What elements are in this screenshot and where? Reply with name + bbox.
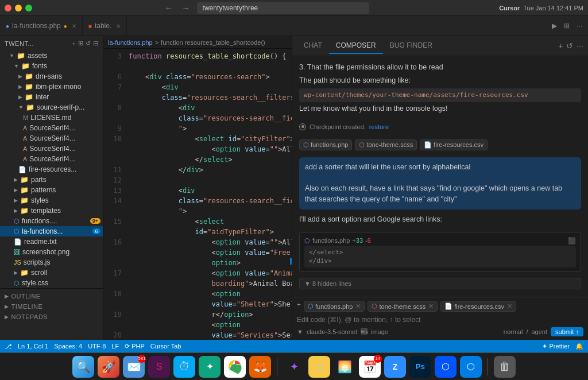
- pill-close-button[interactable]: ✕: [507, 303, 512, 310]
- clock: Tue Jan 14 12:41 PM: [523, 5, 583, 11]
- sidebar-item-parts[interactable]: ▶ 📁 parts: [0, 175, 103, 185]
- sidebar-item-screenshot[interactable]: 🖼 screenshot.png: [0, 247, 103, 257]
- dock-zoom[interactable]: Z: [384, 356, 406, 378]
- dock-sketch[interactable]: ◇: [308, 356, 330, 378]
- code-editor[interactable]: function resources_table_shortcode() { <…: [126, 49, 292, 340]
- dock-calendar[interactable]: 📅 14: [359, 356, 381, 378]
- restore-link[interactable]: restore: [369, 123, 389, 130]
- maximize-button[interactable]: [25, 5, 32, 11]
- sidebar-item-scripts[interactable]: JS scripts.js: [0, 257, 103, 267]
- sidebar-refresh-btn[interactable]: ↺: [86, 40, 91, 47]
- chevron-right-icon: ▶: [18, 94, 22, 100]
- sidebar-item-patterns[interactable]: ▶ 📁 patterns: [0, 185, 103, 195]
- prettier-indicator[interactable]: ✦ Prettier: [542, 343, 570, 350]
- tab-close-php[interactable]: ✕: [72, 23, 76, 29]
- dock-dropbox[interactable]: ⬡: [460, 356, 482, 378]
- pill-close-button[interactable]: ✕: [428, 303, 434, 310]
- file-pill-tone-theme[interactable]: ⬡ tone-theme.scss: [355, 139, 417, 150]
- folder-icon: 📁: [21, 62, 30, 70]
- tab-chat[interactable]: CHAT: [297, 38, 329, 54]
- dock-launchpad[interactable]: 🚀: [98, 356, 119, 378]
- dock-firefox[interactable]: 🦊: [249, 356, 271, 378]
- code-line: <option: [126, 320, 292, 330]
- sidebar-item-la-functions[interactable]: ⬡ la-functions... 6: [0, 226, 103, 236]
- submit-button[interactable]: submit ↑: [551, 327, 583, 336]
- dock-chatgpt[interactable]: ✦: [199, 356, 220, 378]
- sidebar-item-license[interactable]: M LICENSE.md: [0, 113, 103, 123]
- sidebar-item-source1[interactable]: A SourceSerif4...: [0, 123, 103, 133]
- chat-more-button[interactable]: ···: [577, 41, 583, 51]
- sidebar-timeline[interactable]: ▶ TIMELINE: [0, 301, 103, 312]
- tab-close-table[interactable]: ✕: [116, 23, 121, 29]
- folder-icon: 📁: [25, 93, 33, 101]
- tab-bugfinder[interactable]: BUG FINDER: [383, 38, 439, 54]
- add-file-button[interactable]: +: [297, 301, 301, 312]
- copy-icon[interactable]: ⬛: [568, 237, 576, 245]
- sidebar-notepads[interactable]: ▶ NOTEPADS: [0, 312, 103, 322]
- input-pill-label: tone-theme.scss: [379, 303, 425, 310]
- pill-close-button[interactable]: ✕: [355, 303, 361, 310]
- sidebar-item-assets[interactable]: ▼ 📁 assets: [0, 51, 103, 61]
- code-line: <option value="">All Cities</option>: [126, 144, 292, 154]
- status-bar: ⎇ Ln 1, Col 1 Spaces: 4 UTF-8 LF ⟳ PHP C…: [0, 340, 588, 352]
- sidebar-item-templates[interactable]: ▶ 📁 templates: [0, 205, 103, 216]
- editor-content[interactable]: 3 6 7 8 9 10 11 12 13 14 15 16: [103, 49, 292, 340]
- sidebar-outline[interactable]: ▶ OUTLINE: [0, 291, 103, 301]
- chat-history-button[interactable]: ↺: [566, 41, 573, 51]
- sidebar-item-readme[interactable]: 📄 readme.txt: [0, 236, 103, 247]
- dock-photos[interactable]: 🌅: [334, 356, 355, 378]
- dock-trash[interactable]: 🗑: [494, 356, 516, 378]
- sidebar-item-functions[interactable]: ⬡ functions.... 9+: [0, 216, 103, 226]
- dock-chrome[interactable]: [224, 356, 246, 378]
- bell-icon[interactable]: 🔔: [575, 343, 583, 350]
- sidebar-item-source2[interactable]: A SourceSerif4...: [0, 133, 103, 144]
- file-pill-functions[interactable]: ⬡ functions.php: [299, 139, 352, 150]
- normal-mode-label[interactable]: normal: [504, 328, 523, 335]
- nav-forward-button[interactable]: →: [180, 2, 192, 14]
- sidebar-new-file-btn[interactable]: +: [72, 40, 76, 47]
- sidebar-item-scroll[interactable]: ▶ 📁 scroll: [0, 267, 103, 278]
- agent-mode-label[interactable]: agent: [532, 328, 548, 335]
- minimize-button[interactable]: [15, 5, 22, 11]
- chat-body[interactable]: 3. That the file permissions allow it to…: [292, 56, 588, 297]
- tab-composer[interactable]: COMPOSER: [329, 38, 383, 54]
- file-tree: ▼ 📁 assets ▼ 📁 fonts ▶ 📁 dm-sans ▶ 📁 ibm…: [0, 51, 103, 288]
- tab-php[interactable]: ● la-functions.php ● ✕: [0, 16, 83, 36]
- chat-input-field[interactable]: [297, 315, 583, 325]
- file-pill-fire-resources[interactable]: 📄 fire-resources.csv: [420, 139, 488, 150]
- run-button[interactable]: ▶: [550, 21, 559, 31]
- sidebar-item-style-css[interactable]: ⬡ style.css: [0, 278, 103, 288]
- sidebar-item-inter[interactable]: ▶ 📁 inter: [0, 92, 103, 102]
- file-pill-label: fire-resources.csv: [434, 141, 483, 148]
- sidebar-item-source-serif[interactable]: ▼ 📁 source-serif-p...: [0, 102, 103, 113]
- split-editor-button[interactable]: ⊞: [562, 21, 572, 31]
- nav-back-button[interactable]: ←: [163, 2, 175, 14]
- more-options-button[interactable]: ···: [574, 21, 585, 31]
- sidebar-item-dm-sans[interactable]: ▶ 📁 dm-sans: [0, 71, 103, 82]
- sidebar-item-label: LICENSE.md: [30, 114, 71, 122]
- sidebar-item-source4[interactable]: A SourceSerif4...: [0, 154, 103, 164]
- sidebar-new-folder-btn[interactable]: ⊞: [78, 40, 83, 47]
- search-input[interactable]: [197, 2, 369, 14]
- dock-clockify[interactable]: ⏱: [173, 356, 195, 378]
- sidebar-item-source3[interactable]: A SourceSerif4...: [0, 144, 103, 154]
- dock-finder[interactable]: 🔍: [72, 356, 94, 378]
- tab-table[interactable]: ■ table. ✕: [83, 16, 127, 36]
- sidebar-item-fonts[interactable]: ▼ 📁 fonts: [0, 61, 103, 71]
- dock-photoshop[interactable]: Ps: [409, 356, 431, 378]
- dock-framer[interactable]: ⬡: [435, 356, 457, 378]
- image-label[interactable]: img: [361, 328, 368, 336]
- app-label: Cursor: [499, 5, 520, 11]
- chat-add-button[interactable]: +: [558, 41, 563, 51]
- sidebar-item-ibm-plex[interactable]: ▶ 📁 ibm-plex-mono: [0, 82, 103, 92]
- dock-mail[interactable]: ✉️ 581: [123, 356, 145, 378]
- close-button[interactable]: [5, 5, 11, 11]
- dock-figma[interactable]: ✦: [283, 356, 305, 378]
- language-indicator[interactable]: ⟳ PHP: [125, 343, 145, 350]
- sidebar-collapse-btn[interactable]: ⊟: [93, 40, 98, 47]
- sidebar-item-fire-resources[interactable]: 📄 fire-resources...: [0, 164, 103, 175]
- hidden-lines-bar[interactable]: ▼ 8 hidden lines: [299, 278, 581, 289]
- model-label[interactable]: claude-3.5-sonnet: [307, 328, 357, 335]
- dock-slack[interactable]: S: [148, 356, 170, 378]
- sidebar-item-styles[interactable]: ▶ 📁 styles: [0, 195, 103, 205]
